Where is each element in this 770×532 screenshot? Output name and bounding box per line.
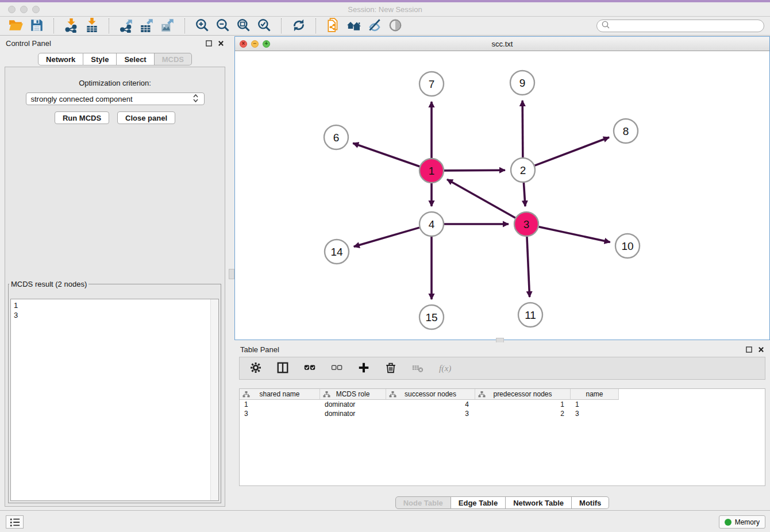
column-header-predecessor-nodes[interactable]: predecessor nodes xyxy=(475,389,571,400)
tab-motifs[interactable]: Motifs xyxy=(572,496,609,509)
node-table[interactable]: shared nameMCDS rolesuccessor nodesprede… xyxy=(239,388,765,486)
status-bar: Memory xyxy=(0,510,770,532)
edge-1-2[interactable] xyxy=(444,170,505,171)
edge-2-3[interactable] xyxy=(523,183,525,206)
close-panel-icon[interactable] xyxy=(218,40,224,47)
table-cell[interactable]: 3 xyxy=(571,410,619,418)
column-header-MCDS-role[interactable]: MCDS role xyxy=(320,389,386,400)
add-column-button[interactable] xyxy=(357,361,370,376)
edge-1-6[interactable] xyxy=(353,143,419,167)
save-icon xyxy=(29,18,44,34)
result-scrollbar[interactable] xyxy=(210,299,218,500)
mcds-result-area[interactable]: 1 3 xyxy=(10,299,219,501)
search-input[interactable] xyxy=(613,21,760,30)
export-table-button[interactable] xyxy=(137,17,157,34)
toolbar-separator xyxy=(281,18,282,33)
network-maximize-button[interactable]: + xyxy=(263,40,270,48)
network-close-button[interactable]: × xyxy=(240,40,247,48)
node-11[interactable]: 11 xyxy=(518,303,542,327)
table-cell[interactable]: dominator xyxy=(320,400,386,408)
task-history-button[interactable] xyxy=(6,515,24,529)
node-10[interactable]: 10 xyxy=(615,234,640,258)
optimization-criterion-select[interactable]: strongly connected component xyxy=(26,92,205,105)
edge-3-10[interactable] xyxy=(539,227,610,242)
network-graph[interactable]: 7968124314101511 xyxy=(235,51,769,340)
table-toolbar: f(x) xyxy=(239,357,765,380)
node-7[interactable]: 7 xyxy=(419,72,444,96)
table-cell[interactable]: 3 xyxy=(240,410,320,418)
column-header-name[interactable]: name xyxy=(571,389,619,400)
table-cell[interactable]: 4 xyxy=(386,400,475,408)
export-network-button[interactable] xyxy=(116,17,137,34)
edge-3-1[interactable] xyxy=(447,179,515,218)
node-6[interactable]: 6 xyxy=(324,125,348,149)
tab-network[interactable]: Network xyxy=(38,53,83,65)
node-8[interactable]: 8 xyxy=(614,119,638,143)
memory-button[interactable]: Memory xyxy=(719,515,765,529)
table-cell[interactable]: 1 xyxy=(571,400,619,408)
import-network-button[interactable] xyxy=(61,17,82,34)
node-2[interactable]: 2 xyxy=(511,158,535,182)
tab-style[interactable]: Style xyxy=(83,53,117,65)
network-canvas[interactable]: 7968124314101511 xyxy=(235,51,769,340)
node-9[interactable]: 9 xyxy=(510,71,534,95)
table-cell[interactable]: dominator xyxy=(320,410,386,418)
table-cell[interactable]: 1 xyxy=(240,400,320,408)
search-box[interactable] xyxy=(596,20,764,32)
tab-network-table[interactable]: Network Table xyxy=(506,496,572,509)
show-graphics-details-button[interactable] xyxy=(385,17,406,34)
edge-3-11[interactable] xyxy=(527,237,530,297)
edge-2-9[interactable] xyxy=(522,101,523,157)
toggle-columns-button[interactable] xyxy=(276,361,289,376)
node-1[interactable]: 1 xyxy=(419,159,444,183)
app-titlebar: Session: New Session xyxy=(0,2,770,17)
tab-select[interactable]: Select xyxy=(117,53,154,65)
tab-node-table[interactable]: Node Table xyxy=(395,496,451,509)
node-15[interactable]: 15 xyxy=(419,305,444,329)
mcds-panel: Optimization criterion: strongly connect… xyxy=(5,67,225,507)
float-table-panel-icon[interactable] xyxy=(746,346,752,353)
close-panel-button[interactable]: Close panel xyxy=(117,111,175,124)
table-cell[interactable]: 1 xyxy=(475,400,571,408)
export-image-button[interactable] xyxy=(157,17,178,34)
network-window-titlebar[interactable]: scc.txt × − + xyxy=(235,37,769,51)
close-table-panel-icon[interactable] xyxy=(758,346,764,353)
edge-4-14[interactable] xyxy=(354,228,419,246)
refresh-layout-button[interactable] xyxy=(288,17,309,34)
main-toolbar xyxy=(0,17,770,36)
svg-text:9: 9 xyxy=(519,77,526,89)
table-row[interactable]: 3dominator323 xyxy=(240,409,765,418)
table-settings-button[interactable] xyxy=(249,361,262,376)
column-header-shared-name[interactable]: shared name xyxy=(240,389,320,400)
open-network-file-button[interactable] xyxy=(323,17,344,34)
float-panel-icon[interactable] xyxy=(206,40,212,47)
column-header-successor-nodes[interactable]: successor nodes xyxy=(386,389,475,400)
tab-mcds[interactable]: MCDS xyxy=(155,53,192,65)
save-session-button[interactable] xyxy=(26,17,47,34)
node-14[interactable]: 14 xyxy=(325,240,349,264)
run-mcds-button[interactable]: Run MCDS xyxy=(55,111,109,124)
table-row[interactable]: 1dominator411 xyxy=(240,400,765,409)
vertical-splitter-handle[interactable] xyxy=(229,269,234,279)
zoom-out-button[interactable] xyxy=(213,17,233,34)
edge-2-8[interactable] xyxy=(535,137,609,165)
delete-column-button[interactable] xyxy=(384,361,397,376)
network-window-title: scc.txt xyxy=(235,40,769,48)
node-3[interactable]: 3 xyxy=(514,212,538,236)
hide-graphics-details-button[interactable] xyxy=(364,17,385,34)
import-table-button[interactable] xyxy=(82,17,102,34)
table-cell[interactable]: 3 xyxy=(386,410,475,418)
zoom-fit-button[interactable] xyxy=(233,17,254,34)
uncheck-pair-icon xyxy=(330,361,343,376)
node-4[interactable]: 4 xyxy=(419,212,444,236)
zoom-selected-button[interactable] xyxy=(254,17,275,34)
import-table-icon xyxy=(84,18,99,34)
tab-edge-table[interactable]: Edge Table xyxy=(451,496,506,509)
open-session-button[interactable] xyxy=(6,17,26,34)
zoom-in-button[interactable] xyxy=(192,17,213,34)
home-button[interactable] xyxy=(344,17,364,34)
table-cell[interactable]: 2 xyxy=(475,410,571,418)
select-all-columns-button[interactable] xyxy=(303,361,316,376)
network-minimize-button[interactable]: − xyxy=(251,40,259,48)
deselect-all-columns-button[interactable] xyxy=(330,361,343,376)
